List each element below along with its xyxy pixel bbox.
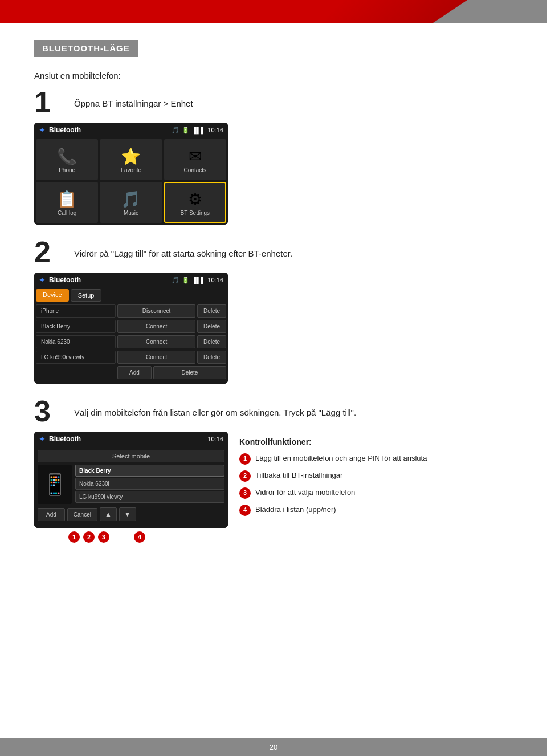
music-icon: 🎵 <box>121 192 141 208</box>
screen-2-tabs: Device Setup <box>34 287 228 303</box>
device-blackberry: Black Berry <box>36 320 116 333</box>
calllog-icon: 📋 <box>57 192 77 208</box>
device-nokia: Nokia 6230 <box>36 335 116 348</box>
screen-2-wrapper: ✦ Bluetooth 🎵 🔋 ▐▌▌ 10:16 Device Setup i… <box>34 273 513 384</box>
intro-text: Anslut en mobiltelefon: <box>34 71 513 80</box>
bt-phone-graphic: 📱 <box>38 465 72 504</box>
info-item-2: 2 Tillbaka till BT-inställningar <box>239 470 513 482</box>
btn-connect-blackberry[interactable]: Connect <box>117 320 195 333</box>
icon-music: 🎵 Music <box>100 182 162 223</box>
screen-3-column: ✦ Bluetooth 10:16 Select mobile 📱 <box>34 432 228 543</box>
screen-1-mockup: ✦ Bluetooth 🎵 🔋 ▐▌▌ 10:16 📞 Phone ⭐ Favo… <box>34 123 228 225</box>
btn-delete-nokia[interactable]: Delete <box>197 335 226 348</box>
screen-3-time: 10:16 <box>207 436 223 442</box>
info-text-3: Vidrör för att välja mobiltelefon <box>255 487 355 498</box>
btn-select-cancel[interactable]: Cancel <box>67 508 97 521</box>
favorite-icon: ⭐ <box>121 149 141 165</box>
phone-label: Phone <box>59 167 75 173</box>
screen-3-buttons: Add Cancel ▲ ▼ <box>38 507 224 521</box>
info-item-3: 3 Vidrör för att välja mobiltelefon <box>239 487 513 499</box>
info-item-1: 1 Lägg till en mobiltelefon och ange PIN… <box>239 453 513 465</box>
btn-disconnect-iphone[interactable]: Disconnect <box>117 304 195 318</box>
favorite-label: Favorite <box>121 167 141 173</box>
settings-icon: ⚙ <box>188 192 202 208</box>
device-row-blackberry: Black Berry Connect Delete <box>34 319 228 334</box>
section-header: BLUETOOTH-LÄGE <box>34 40 138 57</box>
info-num-4: 4 <box>239 505 251 516</box>
device-list-panel: Black Berry Nokia 6230i LG ku990i viewty <box>75 465 224 504</box>
step-3-text: Välj din mobiltelefon från listan eller … <box>74 401 356 418</box>
step-2-number: 2 <box>34 237 68 267</box>
tab-device[interactable]: Device <box>36 289 69 302</box>
screen-2-mockup: ✦ Bluetooth 🎵 🔋 ▐▌▌ 10:16 Device Setup i… <box>34 273 228 384</box>
screen-3-content: Select mobile 📱 Black Berry Nokia 6230i … <box>34 446 228 525</box>
btn-connect-lg[interactable]: Connect <box>117 351 195 364</box>
step-1: 1 Öppna BT inställningar > Enhet <box>34 92 513 117</box>
section-title: BLUETOOTH-LÄGE <box>42 43 130 53</box>
info-num-2: 2 <box>239 470 251 482</box>
icon-calllog: 📋 Call log <box>36 182 98 223</box>
step-2-text: Vidrör på "Lägg till" för att starta sök… <box>74 242 292 259</box>
info-panel: Kontrollfunktioner: 1 Lägg till en mobil… <box>239 432 513 543</box>
battery-icon-2: 🔋 <box>182 277 190 284</box>
top-decorative-bar <box>0 0 547 23</box>
info-item-4: 4 Bläddra i listan (upp/ner) <box>239 505 513 516</box>
select-mobile-body: 📱 Black Berry Nokia 6230i LG ku990i view… <box>38 465 224 504</box>
device-row-iphone: iPhone Disconnect Delete <box>34 303 228 319</box>
step-1-text: Öppna BT inställningar > Enhet <box>74 92 193 109</box>
tab-setup[interactable]: Setup <box>71 289 102 302</box>
music-label: Music <box>124 210 138 216</box>
screen-1-topbar: ✦ Bluetooth 🎵 🔋 ▐▌▌ 10:16 <box>34 123 228 137</box>
calllog-label: Call log <box>58 210 76 216</box>
info-text-1: Lägg till en mobiltelefon och ange PIN f… <box>255 453 427 464</box>
tune-icon: 🎵 <box>172 127 179 134</box>
icon-btsettings[interactable]: ⚙ BT Settings <box>164 182 226 223</box>
btn-delete-iphone[interactable]: Delete <box>197 304 226 318</box>
phone-graphic-icon: 📱 <box>42 473 68 497</box>
page-number: 20 <box>270 743 277 751</box>
info-num-1: 1 <box>239 453 251 465</box>
btn-arrow-up[interactable]: ▲ <box>100 507 117 521</box>
btsettings-label: BT Settings <box>181 210 210 216</box>
select-device-nokia[interactable]: Nokia 6230i <box>75 478 224 490</box>
btn-delete-lg[interactable]: Delete <box>197 351 226 364</box>
info-title: Kontrollfunktioner: <box>239 437 513 446</box>
bottom-bar: 20 <box>0 738 547 756</box>
select-device-blackberry[interactable]: Black Berry <box>75 465 224 477</box>
btn-delete-blackberry[interactable]: Delete <box>197 320 226 333</box>
btn-select-add[interactable]: Add <box>38 508 65 521</box>
icon-favorite: ⭐ Favorite <box>100 139 162 180</box>
step-3-content: ✦ Bluetooth 10:16 Select mobile 📱 <box>34 432 513 543</box>
screen-1-status: 🎵 🔋 ▐▌▌ 10:16 <box>172 127 223 134</box>
btn-add[interactable]: Add <box>117 366 152 379</box>
step-1-number: 1 <box>34 87 68 117</box>
callout-numbers: 1 2 3 4 <box>34 528 228 543</box>
device-row-nokia: Nokia 6230 Connect Delete <box>34 334 228 349</box>
screen-1-time: 10:16 <box>207 127 223 133</box>
btn-arrow-down[interactable]: ▼ <box>119 507 136 521</box>
btn-delete-add-row[interactable]: Delete <box>153 366 226 379</box>
phone-icon: 📞 <box>57 149 77 165</box>
screen-3-status: 10:16 <box>207 436 223 442</box>
screen-2-time: 10:16 <box>207 277 223 283</box>
step-3-number: 3 <box>34 396 68 426</box>
signal-icon-2: ▐▌▌ <box>192 277 205 283</box>
screen-2-topbar: ✦ Bluetooth 🎵 🔋 ▐▌▌ 10:16 <box>34 273 228 287</box>
step-2: 2 Vidrör på "Lägg till" för att starta s… <box>34 242 513 267</box>
callout-3: 3 <box>98 531 109 543</box>
tune-icon-2: 🎵 <box>172 277 179 284</box>
info-num-3: 3 <box>239 487 251 499</box>
contacts-label: Contacts <box>184 167 206 173</box>
device-iphone: iPhone <box>36 304 116 318</box>
device-row-lg: LG ku990i viewty Connect Delete <box>34 349 228 365</box>
select-device-lg[interactable]: LG ku990i viewty <box>75 491 224 503</box>
signal-icon: ▐▌▌ <box>192 127 205 133</box>
screen-2-status: 🎵 🔋 ▐▌▌ 10:16 <box>172 277 223 284</box>
select-mobile-title: Select mobile <box>38 450 224 462</box>
btn-connect-nokia[interactable]: Connect <box>117 335 195 348</box>
info-text-4: Bläddra i listan (upp/ner) <box>255 505 336 515</box>
contacts-icon: ✉ <box>189 149 202 165</box>
icon-phone: 📞 Phone <box>36 139 98 180</box>
screen-1-title: Bluetooth <box>49 126 172 134</box>
bt-icon-3: ✦ <box>39 434 46 444</box>
